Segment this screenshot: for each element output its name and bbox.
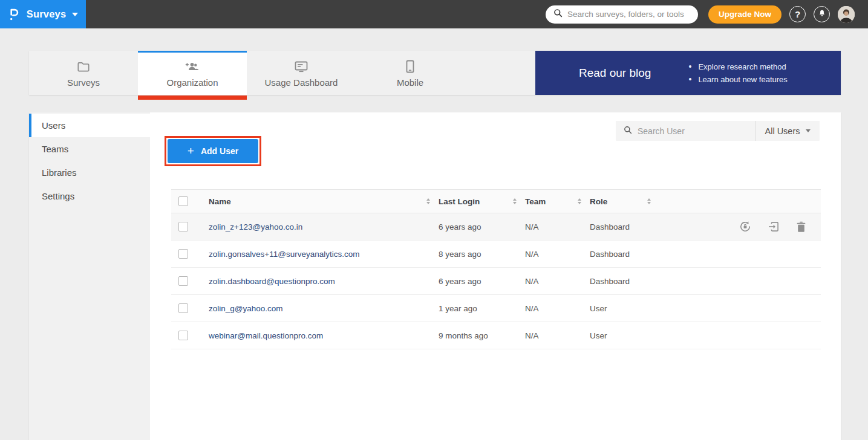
- column-header-team: Team: [525, 197, 546, 206]
- lock-reset-icon: [739, 221, 751, 233]
- row-checkbox[interactable]: [178, 222, 188, 231]
- tab-usage-dashboard[interactable]: Usage Dashboard: [247, 51, 356, 95]
- sort-icon[interactable]: [513, 198, 517, 204]
- user-email-link[interactable]: zolin.dashboard@questionpro.com: [209, 277, 335, 286]
- table-header: Name Last Login Team Role: [171, 189, 821, 213]
- tab-organization[interactable]: Organization: [138, 51, 247, 95]
- table-row: zolin.dashboard@questionpro.com 6 years …: [171, 268, 821, 295]
- tab-label: Organization: [166, 77, 218, 88]
- sidebar-item-label: Libraries: [42, 167, 77, 178]
- topbar: Surveys Upgrade Now ?: [0, 0, 868, 28]
- cell-team: N/A: [525, 250, 539, 259]
- table-row: zolin_z+123@yahoo.co.in 6 years ago N/A …: [171, 213, 821, 241]
- cell-last-login: 6 years ago: [439, 277, 481, 286]
- tab-label: Surveys: [67, 77, 100, 88]
- notifications-button[interactable]: [814, 6, 830, 22]
- sidebar-item-label: Users: [42, 120, 65, 131]
- sidebar-item-libraries[interactable]: Libraries: [29, 161, 150, 184]
- question-mark-icon: ?: [795, 9, 800, 19]
- user-avatar[interactable]: [838, 6, 855, 23]
- cell-role: User: [590, 331, 607, 340]
- sort-icon[interactable]: [647, 198, 651, 204]
- table-row: zolin.gonsalves+11@surveyanalytics.com 8…: [171, 241, 821, 268]
- cell-team: N/A: [525, 304, 539, 313]
- row-checkbox[interactable]: [178, 249, 188, 259]
- column-header-last-login: Last Login: [439, 197, 480, 206]
- upgrade-now-button[interactable]: Upgrade Now: [708, 5, 782, 24]
- column-header-role: Role: [590, 197, 607, 206]
- chevron-down-icon: [806, 129, 811, 132]
- blog-banner[interactable]: Read our blog Explore research method Le…: [535, 51, 841, 95]
- product-label: Surveys: [27, 8, 67, 20]
- cell-role: Dashboard: [590, 222, 630, 231]
- sign-in-icon: [768, 221, 780, 233]
- search-user-input[interactable]: [638, 126, 747, 136]
- all-users-dropdown[interactable]: All Users: [755, 121, 820, 141]
- user-email-link[interactable]: zolin_g@yahoo.com: [209, 304, 283, 313]
- add-user-annotation-box: + Add User: [165, 136, 261, 166]
- sidebar-item-teams[interactable]: Teams: [29, 137, 150, 161]
- cell-role: User: [590, 304, 607, 313]
- cell-team: N/A: [525, 277, 539, 286]
- banner-title: Read our blog: [579, 66, 651, 80]
- avatar-photo: [838, 6, 855, 23]
- login-as-user-button[interactable]: [768, 221, 780, 233]
- questionpro-logo-icon: [8, 7, 21, 22]
- banner-bullets: Explore research method Learn about new …: [688, 59, 787, 88]
- sidebar-item-label: Settings: [42, 191, 74, 201]
- user-filter-bar: All Users: [616, 121, 820, 141]
- cell-role: Dashboard: [590, 277, 630, 286]
- row-checkbox[interactable]: [178, 276, 188, 286]
- user-email-link[interactable]: zolin_z+123@yahoo.co.in: [209, 222, 302, 231]
- add-user-label: Add User: [201, 146, 238, 156]
- organization-panel: Users Teams Libraries Settings All Users: [29, 112, 841, 440]
- banner-bullet: Explore research method: [688, 62, 787, 71]
- cell-last-login: 9 months ago: [439, 331, 488, 340]
- trash-icon: [796, 221, 806, 233]
- help-button[interactable]: ?: [789, 6, 806, 22]
- filter-value: All Users: [765, 126, 800, 136]
- person-add-icon: [184, 60, 200, 73]
- row-checkbox[interactable]: [178, 303, 188, 313]
- sidebar-item-settings[interactable]: Settings: [29, 184, 150, 208]
- dashboard-icon: [294, 60, 308, 73]
- cell-last-login: 6 years ago: [439, 222, 481, 231]
- user-email-link[interactable]: webinar@mail.questionpro.com: [209, 331, 323, 340]
- sort-icon[interactable]: [578, 198, 581, 204]
- chevron-down-icon: [72, 13, 78, 16]
- bell-icon: [818, 9, 826, 19]
- search-icon: [553, 8, 563, 20]
- search-icon: [624, 126, 632, 137]
- user-email-link[interactable]: zolin.gonsalves+11@surveyanalytics.com: [209, 250, 359, 259]
- add-user-button[interactable]: + Add User: [168, 139, 258, 163]
- mobile-icon: [406, 60, 414, 73]
- cell-team: N/A: [525, 222, 539, 231]
- tab-mobile[interactable]: Mobile: [356, 51, 465, 95]
- tab-surveys[interactable]: Surveys: [29, 51, 138, 95]
- users-content: All Users + Add User Name Last Login: [150, 112, 841, 440]
- row-checkbox[interactable]: [178, 331, 188, 340]
- sort-icon[interactable]: [426, 198, 430, 204]
- reset-password-button[interactable]: [739, 221, 751, 233]
- tab-label: Usage Dashboard: [265, 77, 338, 88]
- table-row: zolin_g@yahoo.com 1 year ago N/A User: [171, 295, 821, 322]
- global-search[interactable]: [546, 5, 698, 24]
- sidebar-item-users[interactable]: Users: [29, 114, 150, 137]
- product-menu[interactable]: Surveys: [0, 0, 86, 28]
- cell-team: N/A: [525, 331, 539, 340]
- banner-bullet: Learn about new features: [688, 75, 787, 84]
- column-header-name: Name: [209, 197, 231, 206]
- org-sidebar: Users Teams Libraries Settings: [29, 112, 150, 440]
- sidebar-item-label: Teams: [42, 144, 68, 154]
- search-user-box[interactable]: [616, 121, 755, 141]
- plus-icon: +: [188, 145, 194, 157]
- search-input[interactable]: [567, 10, 690, 19]
- delete-user-button[interactable]: [796, 221, 806, 233]
- annotation-underline: [138, 95, 247, 100]
- select-all-checkbox[interactable]: [178, 196, 188, 206]
- cell-last-login: 8 years ago: [439, 250, 481, 259]
- users-table: Name Last Login Team Role: [171, 189, 821, 349]
- tab-label: Mobile: [397, 77, 423, 88]
- folder-icon: [77, 60, 90, 73]
- table-row: webinar@mail.questionpro.com 9 months ag…: [171, 322, 821, 349]
